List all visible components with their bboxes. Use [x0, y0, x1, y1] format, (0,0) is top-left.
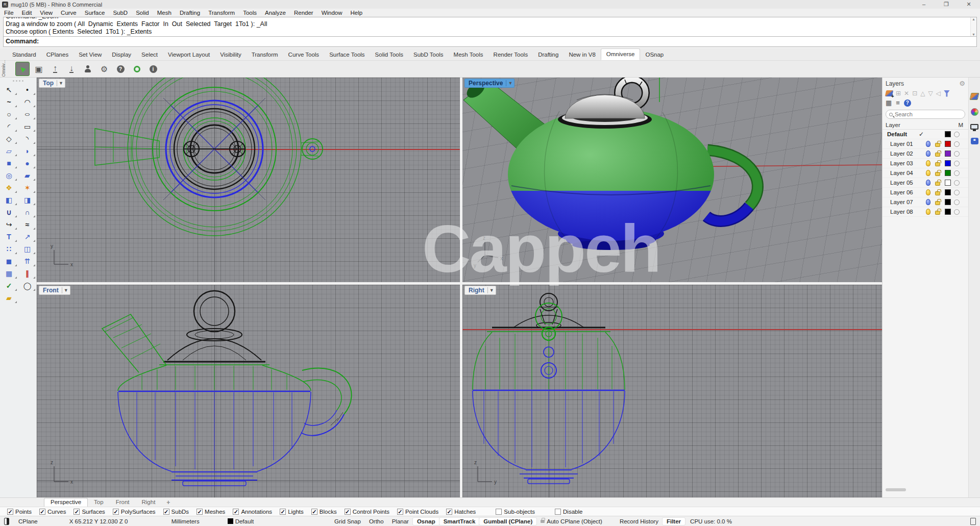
layer-name[interactable]: Layer 07 — [885, 199, 917, 205]
layer-color-swatch[interactable] — [945, 180, 951, 186]
layer-lock-icon[interactable] — [935, 191, 940, 195]
filter-meshes[interactable]: ✓Meshes — [197, 509, 225, 515]
tab-omniverse[interactable]: Omniverse — [601, 48, 641, 60]
checkbox[interactable]: ✓ — [280, 509, 286, 515]
tab-new-in-v8[interactable]: New in V8 — [564, 49, 600, 60]
units-pane[interactable]: Millimeters — [172, 518, 200, 524]
cplane-pane[interactable]: CPlane — [18, 518, 38, 524]
command-history[interactable]: Command: _Zoom Drag a window to zoom ( A… — [3, 17, 977, 37]
layer-color-swatch[interactable] — [945, 160, 951, 166]
settings-button[interactable]: ⚙ — [97, 62, 111, 76]
save-button[interactable]: ▣ — [32, 62, 46, 76]
layer-color-swatch[interactable] — [945, 131, 951, 137]
layer-lock-icon[interactable] — [935, 211, 940, 215]
check-tool-button[interactable]: ✓ — [1, 280, 17, 291]
search-input[interactable] — [895, 111, 962, 117]
monitor-icon[interactable] — [970, 124, 978, 130]
filter-surfaces[interactable]: ✓Surfaces — [74, 509, 105, 515]
layer-row[interactable]: Layer 04 — [883, 168, 968, 178]
new-sublayer-button[interactable]: ⊞ — [896, 90, 901, 97]
adjust-bulge-button[interactable]: ↪ — [1, 218, 17, 230]
checkbox[interactable]: ✓ — [446, 509, 452, 515]
layer-name[interactable]: Default — [885, 131, 917, 137]
viewport-label-front[interactable]: Front ▼ — [39, 286, 70, 295]
filter-sub-objects[interactable]: Sub-objects — [496, 509, 535, 515]
move-layer-down-button[interactable]: ▽ — [928, 90, 933, 97]
layer-lock-icon[interactable] — [935, 162, 940, 166]
checkbox[interactable]: ✓ — [39, 509, 45, 515]
command-prompt-input[interactable]: Command: — [3, 37, 977, 47]
sphere-tool-button[interactable]: ● — [19, 157, 36, 169]
polygon-tool-button[interactable]: ◇ — [1, 133, 17, 144]
checkbox[interactable] — [496, 509, 502, 515]
filter-curves[interactable]: ✓Curves — [39, 509, 66, 515]
box-tool-button[interactable]: ■ — [1, 157, 17, 169]
tab-solid-tools[interactable]: Solid Tools — [370, 49, 408, 60]
layer-name[interactable]: Layer 04 — [885, 170, 917, 176]
layer-lock-icon[interactable] — [935, 153, 940, 157]
patch-tool-button[interactable]: ▰ — [19, 169, 36, 181]
layer-name[interactable]: Layer 02 — [885, 151, 917, 157]
layer-menu-button[interactable]: ≡ — [896, 99, 900, 107]
ortho-toggle[interactable]: Ortho — [365, 518, 388, 525]
tab-cplanes[interactable]: CPlanes — [41, 49, 74, 60]
checkbox[interactable]: ✓ — [311, 509, 317, 515]
menu-subd[interactable]: SubD — [109, 9, 132, 17]
help-panel-tab-icon[interactable]: ❝ — [971, 138, 978, 144]
status-swatch-icon[interactable] — [4, 518, 9, 525]
tab-drafting[interactable]: Drafting — [533, 49, 564, 60]
select-tool-button[interactable]: ↖ — [1, 84, 17, 95]
filter-polysurfaces[interactable]: ✓PolySurfaces — [113, 509, 156, 515]
checkbox[interactable]: ✓ — [233, 509, 239, 515]
layer-color-swatch[interactable] — [945, 170, 951, 176]
filter-annotations[interactable]: ✓Annotations — [233, 509, 272, 515]
layer-name[interactable]: Layer 05 — [885, 180, 917, 186]
filter-control-points[interactable]: ✓Control Points — [345, 509, 389, 515]
layer-material-circle[interactable] — [954, 170, 960, 176]
connection-status-button[interactable] — [130, 62, 144, 76]
notifications-icon[interactable] — [970, 518, 976, 525]
layer-lock-icon[interactable] — [935, 143, 940, 147]
filter-disable[interactable]: Disable — [555, 509, 582, 515]
viewport-perspective[interactable]: z y x Perspective ▼ — [462, 78, 882, 282]
checkbox[interactable]: ✓ — [197, 509, 203, 515]
layer-search-box[interactable] — [886, 110, 965, 119]
layer-row[interactable]: Layer 02 — [883, 149, 968, 159]
interpolate-curve-button[interactable]: ◠ — [19, 96, 36, 108]
tab-render-tools[interactable]: Render Tools — [488, 49, 533, 60]
tab-surface-tools[interactable]: Surface Tools — [324, 49, 370, 60]
boolean-union-button[interactable]: ∪ — [1, 206, 17, 218]
layer-visibility-bulb[interactable] — [926, 209, 930, 215]
viewport-tab-right[interactable]: Right — [135, 498, 161, 507]
checkbox[interactable]: ✓ — [163, 509, 169, 515]
viewport-label-perspective[interactable]: Perspective ▼ — [464, 79, 514, 88]
tab-standard[interactable]: Standard — [7, 49, 41, 60]
layer-row[interactable]: Layer 05 — [883, 178, 968, 188]
filter-blocks[interactable]: ✓Blocks — [311, 509, 337, 515]
tab-set-view[interactable]: Set View — [74, 49, 107, 60]
explode-tool-button[interactable]: ✶ — [19, 182, 36, 193]
panel-scrollbar[interactable] — [886, 488, 906, 491]
solid-cube-button[interactable]: ◼ — [1, 255, 17, 267]
checkbox[interactable]: ✓ — [74, 509, 80, 515]
menu-drafting[interactable]: Drafting — [176, 9, 204, 17]
layer-color-swatch[interactable] — [945, 199, 951, 205]
menu-view[interactable]: View — [36, 9, 57, 17]
tab-mesh-tools[interactable]: Mesh Tools — [449, 49, 488, 60]
layer-name[interactable]: Layer 03 — [885, 160, 917, 166]
layer-visibility-bulb[interactable] — [926, 180, 930, 186]
layer-row[interactable]: Layer 03 — [883, 159, 968, 168]
viewport-top[interactable]: y x Top ▼ — [37, 78, 460, 282]
tab-subd-tools[interactable]: SubD Tools — [408, 49, 449, 60]
split-tool-button[interactable]: ◨ — [19, 194, 36, 206]
display-panel-tab-icon[interactable] — [971, 108, 978, 116]
menu-edit[interactable]: Edit — [18, 9, 36, 17]
layer-lock-icon[interactable] — [935, 201, 940, 205]
layer-row[interactable]: Layer 06 — [883, 188, 968, 197]
minimize-button[interactable]: – — [913, 0, 935, 9]
checkbox[interactable]: ✓ — [113, 509, 119, 515]
current-layer-pane[interactable]: Default — [228, 518, 254, 524]
layer-visibility-bulb[interactable] — [926, 151, 930, 157]
blend-curve-button[interactable]: ≈ — [19, 218, 36, 230]
mirror-tool-button[interactable]: ◫ — [19, 243, 36, 255]
